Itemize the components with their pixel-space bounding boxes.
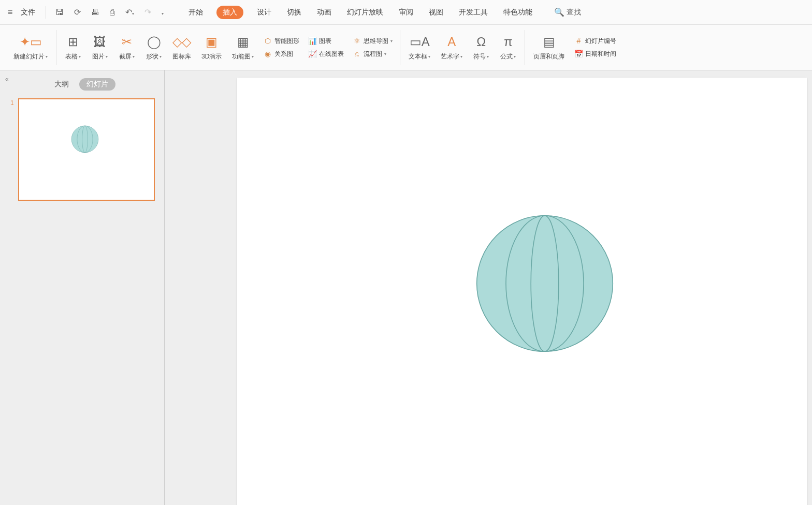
tab-design[interactable]: 设计: [255, 5, 273, 20]
panel-tab-outline[interactable]: 大纲: [49, 78, 74, 91]
svg-point-0: [71, 126, 98, 153]
relation-button[interactable]: ◉ 关系图: [261, 49, 301, 60]
menu-bar: ≡ 文件 🖫 ⟳ 🖶 ⎙ ↶▾ ↷ ▾ 开始 插入 设计 切换 动画 幻灯片放映…: [0, 0, 812, 25]
screenshot-icon: ✂: [122, 34, 132, 50]
wordart-icon: A: [447, 34, 456, 50]
search-icon: 🔍: [554, 7, 564, 17]
textbox-button[interactable]: ▭A 文本框▾: [405, 32, 433, 63]
shape-icon: ◯: [147, 34, 161, 50]
panel-collapse-icon[interactable]: «: [5, 76, 9, 83]
datetime-button[interactable]: 📅 日期和时间: [572, 49, 618, 60]
picture-button[interactable]: 🖼 图片▾: [89, 32, 111, 63]
flowchart-icon: ⎌: [352, 50, 361, 58]
chart-button[interactable]: 📊 图表: [306, 36, 346, 47]
smartgraphic-icon: ⬡: [263, 37, 272, 45]
wordart-button[interactable]: A 艺术字▾: [438, 32, 466, 63]
slide-thumbnail-1[interactable]: [18, 98, 155, 201]
search-area[interactable]: 🔍 查找: [554, 7, 581, 17]
chart-icon: 📊: [308, 37, 317, 45]
flowchart-button[interactable]: ⎌ 流程图▾: [350, 49, 395, 60]
tabs-container: 开始 插入 设计 切换 动画 幻灯片放映 审阅 视图 开发工具 特色功能: [186, 5, 534, 20]
textbox-icon: ▭A: [410, 34, 430, 50]
save-icon[interactable]: 🖫: [52, 7, 67, 18]
thumb-number: 1: [10, 98, 14, 201]
symbol-button[interactable]: Ω 符号▾: [470, 32, 492, 63]
tab-review[interactable]: 审阅: [397, 5, 415, 20]
table-button[interactable]: ⊞ 表格▾: [62, 32, 84, 63]
new-slide-button[interactable]: ✦▭ 新建幻灯片▾: [10, 32, 51, 63]
more-icon[interactable]: ▾: [158, 7, 167, 18]
3d-icon: ▣: [206, 34, 218, 50]
tab-developer[interactable]: 开发工具: [457, 5, 490, 20]
headerfooter-icon: ▤: [543, 34, 555, 50]
onlinechart-icon: 📈: [308, 50, 317, 58]
tab-features[interactable]: 特色功能: [501, 5, 534, 20]
header-footer-button[interactable]: ▤ 页眉和页脚: [530, 32, 568, 63]
online-chart-button[interactable]: 📈 在线图表: [306, 49, 346, 60]
picture-icon: 🖼: [94, 34, 106, 50]
relation-icon: ◉: [263, 50, 272, 58]
iconlib-button[interactable]: ◇◇ 图标库: [169, 32, 194, 63]
tab-transition[interactable]: 切换: [285, 5, 303, 20]
panel-tab-slides[interactable]: 幻灯片: [79, 78, 115, 91]
shape-button[interactable]: ◯ 形状▾: [142, 32, 165, 63]
slide-panel: « 大纲 幻灯片 1: [0, 70, 165, 505]
datetime-icon: 📅: [574, 50, 583, 58]
table-icon: ⊞: [68, 34, 78, 50]
tab-animation[interactable]: 动画: [315, 5, 334, 20]
featuremap-icon: ▦: [237, 34, 249, 50]
mindmap-button[interactable]: ⚛ 思维导图▾: [350, 36, 395, 47]
new-slide-icon: ✦▭: [20, 34, 42, 50]
symbol-icon: Ω: [476, 34, 486, 50]
search-label: 查找: [567, 8, 581, 17]
svg-point-3: [477, 216, 613, 352]
formula-icon: π: [504, 34, 513, 50]
save-as-icon[interactable]: ⟳: [71, 6, 84, 18]
panel-tabs: 大纲 幻灯片: [6, 78, 158, 91]
slide-number-button[interactable]: # 幻灯片编号: [572, 36, 618, 47]
canvas-area: [165, 70, 812, 505]
ribbon: ✦▭ 新建幻灯片▾ ⊞ 表格▾ 🖼 图片▾ ✂ 截屏▾ ◯ 形状▾ ◇◇ 图标库…: [0, 25, 812, 70]
slide-canvas[interactable]: [237, 78, 807, 505]
undo-icon[interactable]: ↶▾: [122, 6, 137, 18]
tab-view[interactable]: 视图: [427, 5, 445, 20]
sphere-shape[interactable]: [475, 214, 614, 353]
tab-start[interactable]: 开始: [186, 5, 205, 20]
print-preview-icon[interactable]: ⎙: [107, 7, 118, 18]
tab-slideshow[interactable]: 幻灯片放映: [345, 5, 385, 20]
3d-presentation-button[interactable]: ▣ 3D演示: [198, 32, 225, 63]
tab-insert[interactable]: 插入: [216, 6, 243, 19]
workspace: « 大纲 幻灯片 1: [0, 70, 812, 505]
mindmap-icon: ⚛: [352, 37, 361, 45]
thumb-container: 1: [6, 98, 158, 201]
iconlib-icon: ◇◇: [172, 34, 191, 50]
screenshot-button[interactable]: ✂ 截屏▾: [115, 32, 138, 63]
featuremap-button[interactable]: ▦ 功能图▾: [229, 32, 257, 63]
hamburger-icon[interactable]: ≡: [8, 8, 12, 17]
smart-graphic-button[interactable]: ⬡ 智能图形: [261, 36, 301, 47]
thumb-sphere-shape: [71, 125, 99, 153]
menu-file[interactable]: 文件: [17, 6, 39, 19]
slidenumber-icon: #: [574, 37, 583, 45]
print-icon[interactable]: 🖶: [88, 7, 103, 18]
menu-divider: [46, 6, 46, 19]
redo-icon[interactable]: ↷: [141, 6, 154, 18]
formula-button[interactable]: π 公式▾: [497, 32, 519, 63]
